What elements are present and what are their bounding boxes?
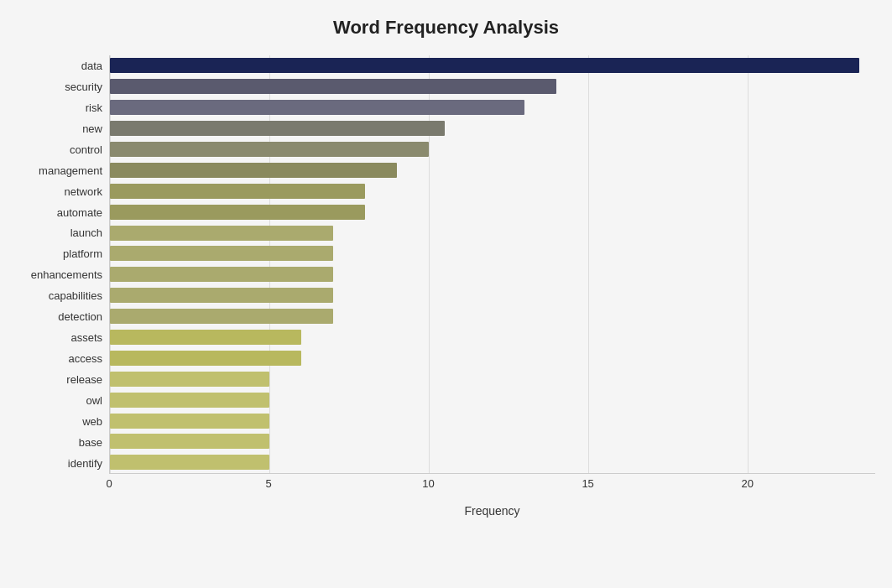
bar-row <box>110 286 875 304</box>
bar-row <box>110 56 875 75</box>
bar-row <box>110 307 875 325</box>
bar-row <box>110 391 875 409</box>
bar-row <box>110 349 875 367</box>
bars-and-grid <box>109 55 875 474</box>
y-label: launch <box>17 227 102 238</box>
bar-row <box>110 224 875 242</box>
y-label: security <box>17 81 102 92</box>
bar-row <box>110 432 875 450</box>
bars-section: datasecurityrisknewcontrolmanagementnetw… <box>17 55 875 474</box>
grid-line <box>269 55 270 473</box>
bar <box>110 393 269 408</box>
y-label: detection <box>17 311 102 322</box>
bar <box>110 434 269 449</box>
y-labels: datasecurityrisknewcontrolmanagementnetw… <box>17 55 109 474</box>
bar <box>110 226 333 241</box>
bar <box>110 163 397 178</box>
bar-row <box>110 328 875 346</box>
x-tick: 15 <box>582 477 593 490</box>
bar-row <box>110 265 875 284</box>
grid-lines <box>110 55 875 473</box>
y-label: new <box>17 123 102 134</box>
y-label: assets <box>17 332 102 343</box>
y-label: management <box>17 165 102 176</box>
y-label: owl <box>17 395 102 406</box>
y-label: capabilities <box>17 290 102 301</box>
bar-row <box>110 161 875 180</box>
chart-area: datasecurityrisknewcontrolmanagementnetw… <box>17 55 875 518</box>
bar-row <box>110 182 875 200</box>
bar-row <box>110 77 875 96</box>
x-axis-label: Frequency <box>17 504 875 518</box>
grid-line <box>748 55 749 473</box>
y-label: identify <box>17 458 102 469</box>
y-label: base <box>17 437 102 448</box>
x-tick: 5 <box>266 477 272 490</box>
y-label: data <box>17 60 102 71</box>
y-label: network <box>17 186 102 197</box>
bar <box>110 267 333 282</box>
bar <box>110 58 859 73</box>
grid-line <box>110 55 111 473</box>
y-label: release <box>17 374 102 385</box>
y-label: access <box>17 353 102 364</box>
chart-container: Word Frequency Analysis datasecurityrisk… <box>0 0 892 588</box>
bar-row <box>110 244 875 263</box>
bar <box>110 184 365 199</box>
bar <box>110 288 333 303</box>
bar-row <box>110 119 875 138</box>
bar <box>110 351 301 366</box>
bar-row <box>110 203 875 221</box>
y-label: enhancements <box>17 269 102 280</box>
bar <box>110 246 333 261</box>
x-axis: 05101520 <box>17 477 875 502</box>
y-label: risk <box>17 102 102 113</box>
bar <box>110 414 269 429</box>
bar <box>110 121 445 136</box>
bar <box>110 372 269 387</box>
y-label: platform <box>17 248 102 259</box>
bar <box>110 309 333 324</box>
bar-row <box>110 98 875 117</box>
grid-line <box>588 55 589 473</box>
bar-row <box>110 412 875 430</box>
x-tick-container: 05101520 <box>109 477 875 502</box>
y-label: automate <box>17 207 102 218</box>
x-tick: 10 <box>422 477 434 490</box>
bar <box>110 100 524 115</box>
y-label: web <box>17 416 102 427</box>
bar <box>110 79 556 94</box>
bar-row <box>110 140 875 159</box>
bar <box>110 205 365 220</box>
grid-line <box>429 55 430 473</box>
bar <box>110 455 269 470</box>
chart-title: Word Frequency Analysis <box>17 8 875 55</box>
x-tick: 20 <box>742 477 754 490</box>
bar <box>110 330 301 345</box>
bar-row <box>110 370 875 388</box>
y-label: control <box>17 144 102 155</box>
bar <box>110 142 429 157</box>
x-tick: 0 <box>106 477 112 490</box>
bar-row <box>110 453 875 471</box>
